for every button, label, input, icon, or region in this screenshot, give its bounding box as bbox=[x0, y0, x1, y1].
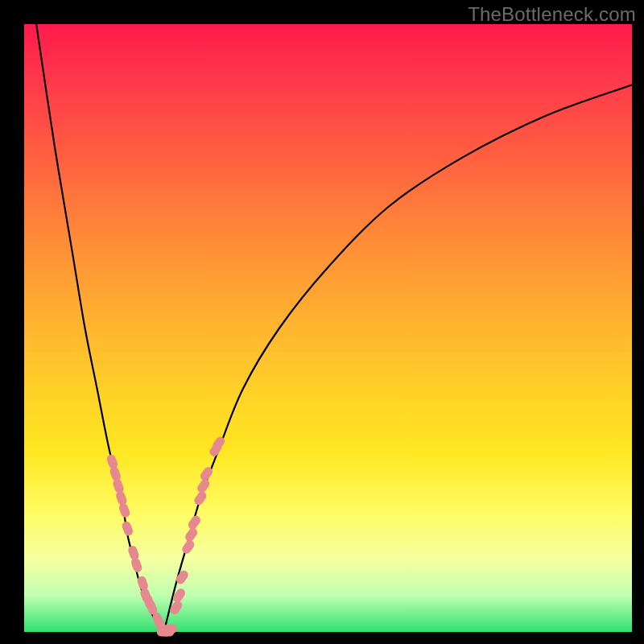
data-marker bbox=[121, 520, 134, 537]
watermark-text: TheBottleneck.com bbox=[468, 3, 636, 26]
marker-group bbox=[105, 435, 226, 636]
chart-svg bbox=[24, 24, 632, 632]
plot-area bbox=[24, 24, 632, 632]
chart-frame: TheBottleneck.com bbox=[0, 0, 644, 644]
right-curve bbox=[164, 85, 632, 633]
left-curve bbox=[36, 24, 164, 632]
data-marker bbox=[118, 502, 130, 519]
data-marker bbox=[187, 514, 202, 531]
data-marker bbox=[130, 557, 142, 574]
data-marker bbox=[163, 625, 177, 634]
